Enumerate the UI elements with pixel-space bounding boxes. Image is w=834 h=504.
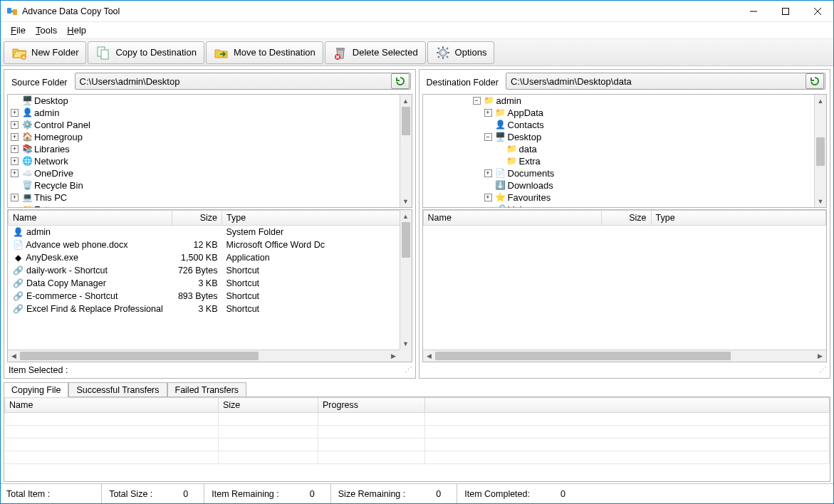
list-item[interactable]: 🔗 daily-work - Shortcut726 BytesShortcut (9, 264, 412, 277)
col-size[interactable]: Size (601, 211, 651, 226)
col-progress[interactable]: Progress (318, 398, 425, 413)
link-icon: 🔗 (495, 204, 506, 209)
source-tree[interactable]: 🖥️Desktop+👤admin+⚙️Control Panel+🏠Homegr… (7, 94, 412, 208)
list-item[interactable]: 👤 adminSystem Folder (9, 226, 412, 239)
gear-icon (435, 45, 451, 61)
destination-refresh-button[interactable] (806, 73, 824, 89)
source-path-box (75, 73, 411, 90)
minimize-button[interactable] (737, 1, 769, 22)
source-file-list[interactable]: Name Size Type 👤 adminSystem Folder📄 Adv… (7, 209, 412, 362)
destination-list-hscroll[interactable]: ◀▶ (423, 350, 827, 362)
resize-grip-icon[interactable]: ⋰ (405, 365, 411, 375)
cpanel-icon: ⚙️ (21, 120, 33, 131)
tree-item[interactable]: +💻This PC (11, 191, 412, 204)
destination-path-input[interactable] (506, 76, 805, 87)
exe-icon: ◆ (13, 252, 24, 263)
transfer-tabs: Copying File Successful Transfers Failed… (4, 382, 830, 482)
lnk-icon: 🔗 (13, 278, 24, 289)
svg-rect-9 (101, 50, 108, 59)
source-label: Source Folder (9, 75, 71, 88)
svg-rect-10 (336, 48, 345, 50)
destination-pane: Destination Folder −📁admin +📁AppData 👤Co… (419, 69, 831, 379)
tree-item[interactable]: +📚Libraries (11, 143, 412, 155)
monitor-icon: 🖥️ (21, 95, 33, 107)
list-item[interactable]: 🔗 Data Copy Manager3 KBShortcut (9, 277, 412, 290)
resize-grip-icon[interactable]: ⋰ (819, 365, 825, 375)
col-type[interactable]: Type (651, 211, 826, 226)
svg-rect-3 (782, 8, 788, 14)
folder-icon: 📁 (506, 156, 518, 167)
move-to-destination-button[interactable]: Move to Destination (206, 41, 323, 64)
app-window: Advance Data Copy Tool File Tools Help ★… (0, 0, 834, 504)
svg-line-20 (438, 48, 439, 49)
copy-icon (95, 45, 111, 61)
source-list-vscroll[interactable]: ▲▼ (400, 210, 412, 362)
desktop-icon: 🖥️ (495, 132, 506, 143)
tab-successful-transfers[interactable]: Successful Transfers (68, 382, 167, 397)
options-button[interactable]: Options (427, 41, 495, 64)
titlebar: Advance Data Copy Tool (1, 1, 833, 22)
transfer-grid[interactable]: Name Size Progress (4, 397, 830, 482)
col-name[interactable]: Name (9, 211, 172, 226)
maximize-button[interactable] (769, 1, 801, 22)
star-icon: ⭐ (495, 192, 506, 204)
destination-tree-scrollbar[interactable]: ▲▼ (814, 95, 826, 207)
col-name[interactable]: Name (423, 211, 601, 226)
tab-copying-file[interactable]: Copying File (4, 382, 68, 397)
open-folder-icon: ★ (11, 45, 27, 61)
close-button[interactable] (801, 1, 833, 22)
tree-item[interactable]: +🌐Network (11, 155, 412, 167)
docx-icon: 📄 (13, 239, 24, 251)
folder-icon: 📁 (484, 95, 495, 107)
tab-failed-transfers[interactable]: Failed Transfers (167, 382, 247, 397)
col-type[interactable]: Type (222, 211, 412, 226)
documents-icon: 📄 (495, 168, 506, 179)
col-size[interactable]: Size (172, 211, 222, 226)
cloud-icon: ☁️ (21, 168, 33, 179)
menu-file[interactable]: File (11, 25, 26, 36)
list-item[interactable]: ◆ AnyDesk.exe1,500 KBApplication (9, 251, 412, 264)
tree-item[interactable]: 🖥️Desktop (11, 95, 412, 107)
source-path-input[interactable] (75, 76, 390, 87)
menu-tools[interactable]: Tools (36, 25, 57, 36)
tree-item[interactable]: +⚙️Control Panel (11, 119, 412, 131)
source-list-hscroll[interactable]: ◀▶ (8, 350, 400, 362)
destination-label: Destination Folder (424, 75, 501, 88)
new-folder-button[interactable]: ★ New Folder (4, 41, 86, 64)
pc-icon: 💻 (21, 192, 33, 204)
svg-line-21 (447, 56, 448, 58)
source-pane: Source Folder 🖥️Desktop+👤admin+⚙️Control… (4, 69, 416, 379)
list-item[interactable]: 🔗 Excel Find & Replace Professional3 KBS… (9, 303, 412, 315)
svg-rect-1 (13, 9, 17, 15)
delete-selected-button[interactable]: Delete Selected (325, 41, 426, 64)
tree-item[interactable]: +☁️OneDrive (11, 167, 412, 179)
contacts-icon: 👤 (495, 120, 506, 131)
svg-line-22 (447, 48, 448, 49)
copy-to-destination-button[interactable]: Copy to Destination (88, 41, 204, 64)
window-title: Advance Data Copy Tool (22, 6, 120, 16)
tree-item[interactable]: +👤admin (11, 107, 412, 119)
menu-help[interactable]: Help (67, 25, 86, 36)
folder-icon: 📁 (495, 107, 506, 119)
lnk-icon: 🔗 (13, 265, 24, 276)
tree-item[interactable]: 📁Extra (11, 204, 412, 208)
destination-tree[interactable]: −📁admin +📁AppData 👤Contacts −🖥️Desktop 📁… (422, 94, 828, 208)
col-size[interactable]: Size (219, 398, 318, 413)
toolbar: ★ New Folder Copy to Destination Move to… (1, 39, 833, 66)
source-refresh-button[interactable] (391, 73, 410, 89)
menubar: File Tools Help (1, 22, 833, 39)
net-icon: 🌐 (21, 156, 33, 167)
tree-item[interactable]: 🗑️Recycle Bin (11, 179, 412, 191)
col-name[interactable]: Name (5, 398, 219, 413)
folder-icon: 📁 (506, 144, 518, 155)
tree-item[interactable]: +🏠Homegroup (11, 131, 412, 143)
status-bar: Total Item : Total Size :0 Item Remainin… (1, 483, 833, 503)
app-icon (6, 6, 18, 17)
svg-point-15 (442, 51, 444, 54)
source-tree-scrollbar[interactable]: ▲▼ (400, 95, 412, 207)
destination-file-list[interactable]: Name Size Type ◀▶ (422, 209, 828, 362)
list-item[interactable]: 📄 Advance web phone.docx12 KBMicrosoft O… (9, 238, 412, 251)
user-icon: 👤 (13, 226, 24, 238)
bin-icon: 🗑️ (21, 180, 33, 191)
list-item[interactable]: 🔗 E-commerce - Shortcut893 BytesShortcut (9, 290, 412, 303)
